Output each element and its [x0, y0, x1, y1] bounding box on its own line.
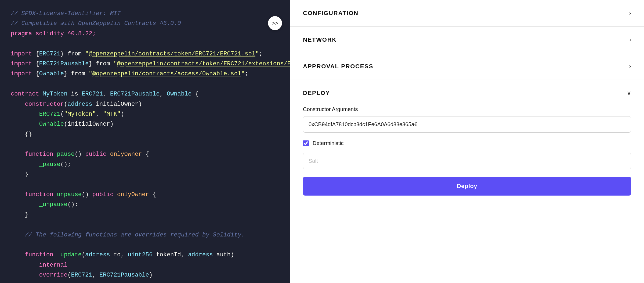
constructor-args-label: Constructor Arguments	[303, 106, 631, 112]
code-line-2: // Compatible with OpenZeppelin Contract…	[11, 20, 181, 27]
salt-input[interactable]	[303, 153, 631, 169]
code-line-6-import: import	[11, 61, 32, 67]
code-editor-panel: >> // SPDX-License-Identifier: MIT // Co…	[0, 0, 290, 283]
code-line-5-brace: {	[32, 51, 39, 57]
deploy-title: DEPLOY	[303, 90, 330, 97]
deploy-header[interactable]: DEPLOY ∨	[303, 90, 631, 97]
approval-process-chevron-icon: ›	[629, 63, 631, 70]
configuration-title: CONFIGURATION	[303, 10, 359, 17]
configuration-header[interactable]: CONFIGURATION ›	[303, 10, 631, 17]
deterministic-checkbox[interactable]	[303, 140, 309, 146]
network-section: NETWORK ›	[290, 27, 644, 53]
code-line-5-str: "@openzeppelin/contracts/token/ERC721/ER…	[85, 51, 259, 57]
approval-process-title: APPROVAL PROCESS	[303, 63, 373, 70]
toggle-panel-button[interactable]: >>	[268, 16, 282, 30]
code-line-5-import: import	[11, 51, 32, 57]
deploy-chevron-down-icon: ∨	[627, 90, 631, 97]
deterministic-label: Deterministic	[313, 140, 344, 146]
deploy-section: DEPLOY ∨ Constructor Arguments Determini…	[290, 80, 644, 205]
approval-process-header[interactable]: APPROVAL PROCESS ›	[303, 63, 631, 70]
code-content: // SPDX-License-Identifier: MIT // Compa…	[11, 9, 279, 280]
code-line-9-contract: contract	[11, 91, 39, 97]
code-line-1: // SPDX-License-Identifier: MIT	[11, 10, 121, 17]
configuration-section: CONFIGURATION ›	[290, 0, 644, 27]
configuration-chevron-icon: ›	[629, 10, 631, 17]
network-chevron-icon: ›	[629, 36, 631, 43]
deploy-button[interactable]: Deploy	[303, 177, 631, 196]
code-line-3: pragma solidity ^0.8.22;	[11, 30, 96, 37]
deterministic-row: Deterministic	[303, 140, 631, 146]
approval-process-section: APPROVAL PROCESS ›	[290, 53, 644, 80]
right-panel: CONFIGURATION › NETWORK › APPROVAL PROCE…	[290, 0, 644, 283]
network-header[interactable]: NETWORK ›	[303, 36, 631, 43]
network-title: NETWORK	[303, 36, 337, 43]
constructor-args-input[interactable]	[303, 116, 631, 133]
code-line-7-import: import	[11, 70, 32, 77]
code-line-5-class: ERC721	[39, 51, 60, 57]
